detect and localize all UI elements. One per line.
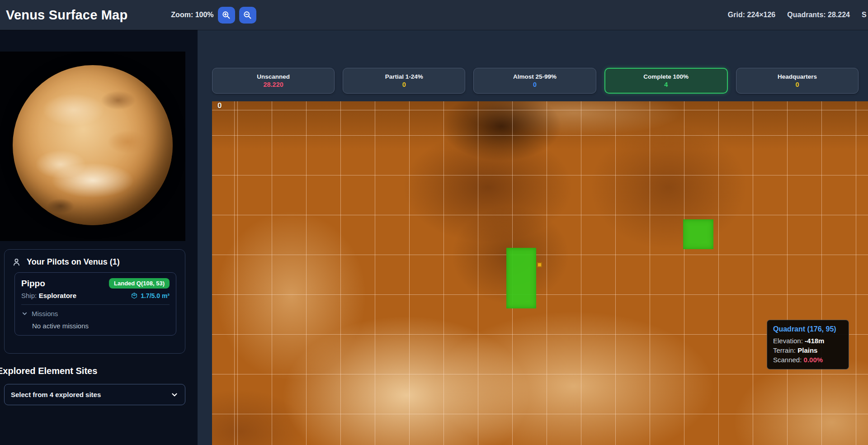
scan-filter-row: Unscanned 28.220 Partial 1-24% 0 Almost … [212,68,859,94]
left-sidebar: Your Pilots on Venus (1) Pippo Landed Q(… [0,30,198,445]
headquarters-marker[interactable] [537,262,542,267]
venus-surface-map-app: Venus Surface Map Zoom: 100% [0,0,868,445]
person-icon [12,257,21,267]
quadrant-tooltip: Quadrant (176, 95) Elevation: -418m Terr… [767,320,849,369]
tooltip-elevation-row: Elevation: -418m [773,337,843,345]
quadrants-count-stat: Quadrants: 28.224 [787,11,850,19]
zoom-out-button[interactable] [239,7,256,24]
zoom-controls: Zoom: 100% [171,7,256,24]
missions-label: Missions [32,310,58,317]
tooltip-terrain-row: Terrain: Plains [773,346,843,354]
completed-quadrant-marker[interactable] [506,248,536,308]
pilots-panel-header: Your Pilots on Venus (1) [5,250,185,272]
ship-name: Esploratore [39,292,76,299]
filter-label: Almost 25-99% [513,73,557,80]
cargo-value: 1.7/5.0 m³ [141,292,170,299]
tooltip-title: Quadrant (176, 95) [773,325,843,333]
pilot-status-badge: Landed Q(108, 53) [109,278,170,289]
explored-sites-dropdown-value: Select from 4 explored sites [11,391,101,398]
pilot-name: Pippo [21,279,45,289]
dropdown-chevron-icon [170,391,179,399]
completed-quadrant-marker[interactable] [683,219,713,249]
map-grid-overlay [212,101,868,445]
zoom-level-label: Zoom: 100% [171,11,213,19]
missions-toggle[interactable]: Missions [21,310,170,317]
explored-sites-title: Explored Element Sites [0,366,97,376]
cargo-capacity: 1.7/5.0 m³ [131,292,170,299]
filter-count: 0 [402,81,406,88]
top-header-bar: Venus Surface Map Zoom: 100% [0,0,868,30]
filter-unscanned-button[interactable]: Unscanned 28.220 [212,68,335,94]
venus-planet-image [13,65,173,225]
tooltip-scanned-row: Scanned: 0.00% [773,356,843,364]
main-content: Unscanned 28.220 Partial 1-24% 0 Almost … [198,30,868,445]
filter-count: 4 [664,81,668,88]
pilots-panel: Your Pilots on Venus (1) Pippo Landed Q(… [4,249,185,354]
filter-complete-button[interactable]: Complete 100% 4 [604,68,728,94]
filter-count: 0 [795,81,799,88]
filter-count: 0 [533,81,537,88]
filter-label: Headquarters [778,73,817,80]
chevron-down-icon [21,310,28,317]
ship-label: Ship: [21,292,37,299]
header-stats: Grid: 224×126 Quadrants: 28.224 S [728,11,868,19]
missions-empty-text: No active missions [32,322,170,330]
filter-headquarters-button[interactable]: Headquarters 0 [736,68,859,94]
filter-label: Complete 100% [643,73,689,80]
filter-count: 28.220 [263,81,283,88]
filter-partial-button[interactable]: Partial 1-24% 0 [343,68,465,94]
grid-size-stat: Grid: 224×126 [728,11,775,19]
pilots-panel-title: Your Pilots on Venus (1) [27,257,120,267]
filter-almost-button[interactable]: Almost 25-99% 0 [473,68,596,94]
surface-map[interactable]: 0 Quadrant (176, 95) Elevation: -418m Te… [212,101,868,445]
map-origin-label: 0 [217,101,222,110]
zoom-in-icon [222,10,231,20]
cutoff-stat: S [862,11,868,19]
cargo-cube-icon [131,292,138,299]
filter-label: Unscanned [257,73,290,80]
page-title: Venus Surface Map [0,8,127,23]
explored-sites-dropdown[interactable]: Select from 4 explored sites [4,384,185,405]
zoom-in-button[interactable] [218,7,235,24]
filter-label: Partial 1-24% [385,73,423,80]
venus-preview-panel [0,52,185,241]
pilot-card[interactable]: Pippo Landed Q(108, 53) Ship: Esplorator… [14,272,176,336]
zoom-out-icon [243,10,252,20]
